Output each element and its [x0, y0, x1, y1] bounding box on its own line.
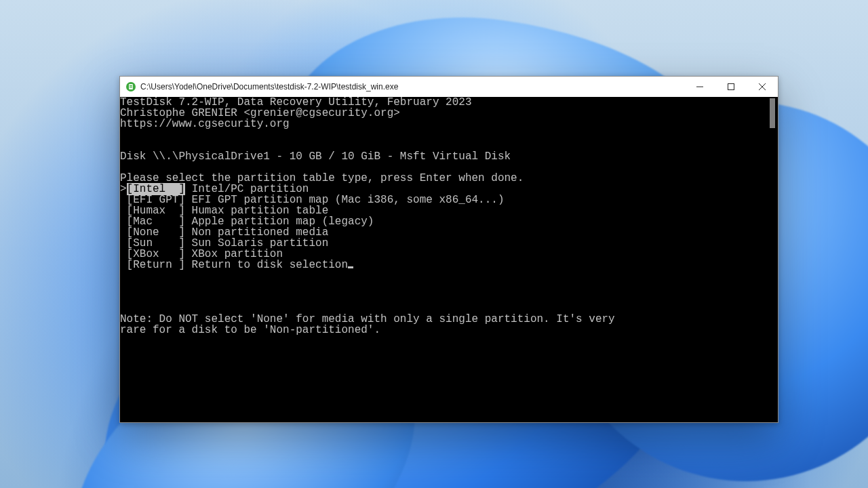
console-line: [120, 140, 767, 151]
console-note-line: Note: Do NOT select 'None' for media wit…: [120, 314, 767, 325]
console-line: [120, 162, 767, 173]
svg-rect-4: [728, 84, 734, 90]
console-disk-line: Disk \\.\PhysicalDrive1 - 10 GB / 10 GiB…: [120, 151, 767, 162]
console-area[interactable]: TestDisk 7.2-WIP, Data Recovery Utility,…: [120, 97, 778, 422]
partition-type-option[interactable]: >[Intel ] Intel/PC partition: [120, 184, 767, 195]
maximize-button[interactable]: [715, 77, 747, 97]
close-button[interactable]: [747, 77, 778, 97]
partition-type-option[interactable]: [Humax ] Humax partition table: [120, 205, 767, 216]
console-line: [120, 281, 767, 292]
partition-type-option[interactable]: [XBox ] XBox partition: [120, 249, 767, 260]
console-header-line: https://www.cgsecurity.org: [120, 119, 767, 129]
console-line: [120, 411, 767, 422]
partition-type-option[interactable]: [Sun ] Sun Solaris partition: [120, 238, 767, 249]
console-line: [120, 379, 767, 390]
console-line: [120, 336, 767, 346]
partition-type-option[interactable]: [EFI GPT] EFI GPT partition map (Mac i38…: [120, 195, 767, 205]
svg-rect-2: [130, 85, 132, 86]
titlebar[interactable]: C:\Users\Yodel\OneDrive\Documents\testdi…: [120, 77, 778, 97]
svg-rect-3: [130, 87, 132, 87]
console-header-line: Christophe GRENIER <grenier@cgsecurity.o…: [120, 108, 767, 119]
console-line: [120, 303, 767, 314]
scrollbar[interactable]: [767, 97, 778, 422]
console-line: [120, 368, 767, 379]
console-line: [120, 357, 767, 368]
console-note-line: rare for a disk to be 'Non-partitioned'.: [120, 325, 767, 336]
partition-type-option[interactable]: [Return ] Return to disk selection: [120, 260, 767, 270]
app-window: C:\Users\Yodel\OneDrive\Documents\testdi…: [119, 76, 778, 423]
scrollbar-thumb[interactable]: [770, 98, 775, 128]
console-line: [120, 129, 767, 140]
console-line: [120, 270, 767, 281]
partition-type-option[interactable]: [None ] Non partitioned media: [120, 227, 767, 238]
console-line: [120, 390, 767, 401]
console-line: [120, 401, 767, 411]
minimize-button[interactable]: [684, 77, 715, 97]
console-header-line: TestDisk 7.2-WIP, Data Recovery Utility,…: [120, 97, 767, 108]
partition-type-option[interactable]: [Mac ] Apple partition map (legacy): [120, 216, 767, 227]
console-prompt-line: Please select the partition table type, …: [120, 173, 767, 184]
console-line: [120, 292, 767, 303]
console-line: [120, 346, 767, 357]
text-cursor: [348, 266, 353, 268]
window-title: C:\Users\Yodel\OneDrive\Documents\testdi…: [140, 82, 684, 92]
app-icon: [125, 81, 136, 92]
